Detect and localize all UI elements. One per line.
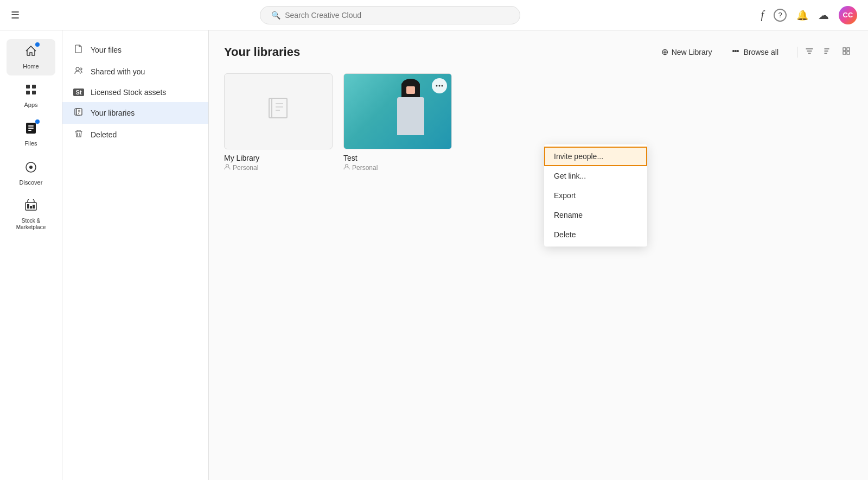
view-controls bbox=[797, 45, 853, 60]
cloud-icon[interactable]: ☁ bbox=[818, 9, 829, 22]
library-card-my-library[interactable]: My Library Personal bbox=[224, 73, 333, 172]
svg-point-21 bbox=[732, 50, 735, 52]
nav-label-your-files: Your files bbox=[91, 46, 122, 54]
context-menu-rename[interactable]: Rename bbox=[544, 205, 647, 225]
svg-rect-29 bbox=[843, 52, 846, 54]
svg-rect-5 bbox=[28, 125, 34, 127]
main-content: Your libraries ⊕ New Library Browse all bbox=[209, 30, 868, 480]
svg-point-22 bbox=[735, 50, 737, 52]
sidebar-item-apps[interactable]: Apps bbox=[7, 78, 55, 114]
svg-rect-0 bbox=[26, 85, 30, 89]
svg-rect-12 bbox=[30, 206, 32, 209]
search-bar-container: 🔍 bbox=[260, 6, 520, 24]
sort-button[interactable] bbox=[821, 45, 834, 60]
topbar-right: f ? 🔔 ☁ CC bbox=[761, 6, 857, 24]
svg-point-36 bbox=[226, 165, 229, 167]
svg-rect-1 bbox=[32, 85, 36, 89]
nav-label-deleted: Deleted bbox=[91, 130, 117, 139]
apps-label: Apps bbox=[24, 102, 37, 109]
browse-all-label: Browse all bbox=[743, 48, 778, 56]
my-library-thumbnail bbox=[224, 73, 333, 149]
filter-button[interactable] bbox=[803, 45, 816, 60]
svg-rect-6 bbox=[28, 128, 34, 129]
context-menu-invite[interactable]: Invite people... bbox=[544, 147, 647, 166]
files-icon bbox=[24, 122, 37, 138]
svg-rect-11 bbox=[27, 204, 29, 209]
svg-rect-13 bbox=[33, 205, 35, 209]
nav-item-licensed-stock[interactable]: St Licensed Stock assets bbox=[62, 83, 208, 102]
notification-icon[interactable]: 🔔 bbox=[796, 9, 808, 21]
three-dot-menu-button[interactable] bbox=[432, 78, 447, 93]
browse-all-button[interactable]: Browse all bbox=[726, 43, 784, 60]
library-card-test[interactable]: Test Personal bbox=[343, 73, 452, 172]
stock-icon bbox=[24, 199, 37, 216]
svg-point-37 bbox=[436, 85, 438, 87]
sidebar-item-stock[interactable]: Stock &Marketplace bbox=[7, 194, 55, 236]
svg-point-14 bbox=[76, 67, 79, 71]
nav-item-your-libraries[interactable]: Your libraries bbox=[62, 102, 208, 124]
font-icon[interactable]: f bbox=[761, 9, 764, 21]
help-icon[interactable]: ? bbox=[774, 9, 787, 22]
empty-library-icon bbox=[265, 96, 292, 128]
svg-rect-27 bbox=[843, 48, 846, 50]
sidebar-item-files[interactable]: Files bbox=[7, 116, 55, 153]
discover-icon bbox=[24, 161, 37, 177]
hamburger-icon[interactable]: ☰ bbox=[11, 9, 20, 21]
context-menu: Invite people... Get link... Export Rena… bbox=[544, 144, 647, 247]
nav-item-your-files[interactable]: Your files bbox=[62, 39, 208, 61]
svg-rect-7 bbox=[28, 130, 31, 131]
deleted-icon bbox=[73, 129, 84, 140]
new-library-button[interactable]: ⊕ New Library bbox=[656, 43, 718, 60]
libraries-grid: My Library Personal bbox=[224, 73, 853, 172]
svg-rect-2 bbox=[26, 91, 30, 94]
files-badge bbox=[35, 119, 40, 124]
main-layout: Home Apps bbox=[0, 0, 868, 480]
svg-point-38 bbox=[439, 85, 441, 87]
svg-point-40 bbox=[346, 165, 348, 167]
test-library-name: Test bbox=[343, 154, 452, 162]
nav-item-shared-with-you[interactable]: Shared with you bbox=[62, 61, 208, 83]
search-input[interactable] bbox=[285, 11, 509, 20]
libraries-icon bbox=[73, 108, 84, 118]
sidebar-item-discover[interactable]: Discover bbox=[7, 155, 55, 192]
svg-point-23 bbox=[737, 50, 739, 52]
sidebar-item-home[interactable]: Home bbox=[7, 39, 55, 75]
context-menu-delete[interactable]: Delete bbox=[544, 225, 647, 244]
topbar: ☰ 🔍 f ? 🔔 ☁ CC bbox=[0, 0, 868, 30]
svg-rect-28 bbox=[847, 48, 850, 50]
svg-rect-32 bbox=[272, 98, 287, 118]
divider bbox=[797, 47, 797, 58]
nav-label-your-libraries: Your libraries bbox=[91, 109, 135, 117]
content-header: Your libraries ⊕ New Library Browse all bbox=[224, 43, 853, 60]
nav-sidebar: Your files Shared with you St Licensed S… bbox=[62, 30, 209, 480]
topbar-left: ☰ bbox=[11, 9, 20, 21]
context-menu-export[interactable]: Export bbox=[544, 186, 647, 205]
nav-item-deleted[interactable]: Deleted bbox=[62, 124, 208, 146]
home-label: Home bbox=[23, 63, 39, 70]
home-badge bbox=[35, 42, 40, 47]
grid-view-button[interactable] bbox=[840, 45, 853, 60]
svg-point-9 bbox=[29, 166, 33, 169]
stock-label: Stock &Marketplace bbox=[16, 218, 46, 231]
apps-icon bbox=[24, 83, 37, 99]
header-actions: ⊕ New Library Browse all bbox=[656, 43, 853, 60]
nav-label-shared-with-you: Shared with you bbox=[91, 67, 145, 76]
home-icon bbox=[24, 45, 37, 61]
test-library-owner-label: Personal bbox=[352, 164, 378, 172]
discover-label: Discover bbox=[20, 179, 43, 186]
files-label: Files bbox=[24, 140, 37, 147]
shared-icon bbox=[73, 66, 84, 77]
owner-person-icon bbox=[224, 163, 231, 172]
context-menu-get-link[interactable]: Get link... bbox=[544, 166, 647, 186]
avatar[interactable]: CC bbox=[839, 6, 857, 24]
browse-all-icon bbox=[731, 47, 740, 57]
search-icon: 🔍 bbox=[271, 11, 280, 20]
licensed-stock-icon: St bbox=[73, 89, 84, 96]
test-library-thumbnail bbox=[343, 73, 452, 149]
svg-point-15 bbox=[80, 68, 82, 70]
my-library-owner-label: Personal bbox=[233, 164, 258, 172]
my-library-owner: Personal bbox=[224, 163, 333, 172]
my-library-name: My Library bbox=[224, 154, 333, 162]
test-library-owner: Personal bbox=[343, 163, 452, 172]
svg-rect-3 bbox=[32, 91, 36, 94]
